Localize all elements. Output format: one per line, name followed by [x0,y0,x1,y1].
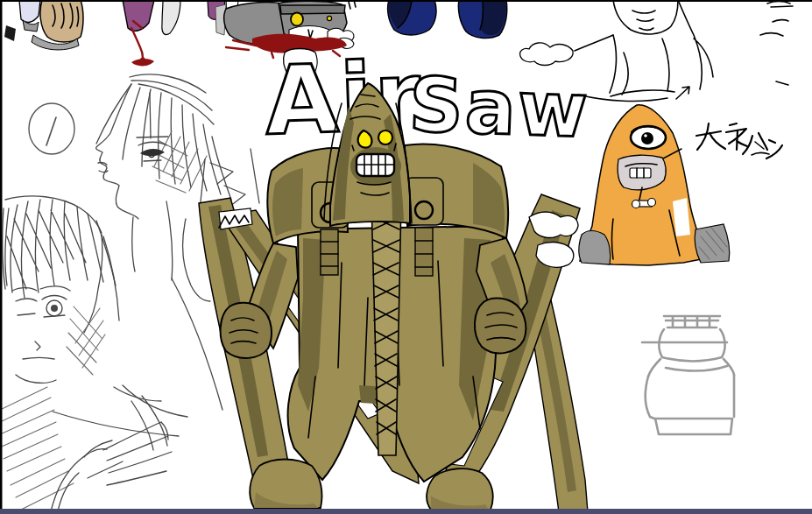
figure-head [613,0,678,34]
kana-ne [726,123,747,150]
jar-body [645,375,734,419]
air-saw-character: Air Saw [199,41,590,512]
jar-sketch [642,316,734,434]
cyclops-pupil-glint [644,134,647,137]
front-neck-shoulder [53,236,222,436]
gray-patch-right [695,224,730,263]
front-face-sketch [3,196,222,436]
bubble-slash-mark [46,117,56,145]
black-bit [4,25,16,41]
front-pupil [51,305,58,312]
strap-right [415,228,433,276]
eye-right [378,130,392,144]
bottom-bar[interactable] [0,509,812,514]
jar-base [655,419,732,434]
profile-eye [140,149,165,156]
cyclops-pupil [641,132,653,144]
hand-outline [51,449,107,511]
annotation-jp-strokes [696,123,782,158]
kana-ha [743,133,767,154]
head-arc [611,90,674,96]
figure-body [578,0,713,101]
navy-trouser-fragments [388,0,507,38]
sketch-hand-outline-1 [529,212,578,237]
arrow-up-right [676,87,689,99]
graffiti-word-2: Saw [407,60,590,154]
jar-neck [659,329,724,362]
jar-cap [664,316,720,327]
front-eye-left [16,299,37,315]
profile-stray-lines [137,93,168,138]
cyclops-hood-character [579,87,730,265]
lavender-shard [19,0,40,22]
kanji-dai [696,123,725,150]
kana-n [766,140,782,158]
figure-mouth [632,11,655,30]
hand-fingers [84,422,172,485]
frame-left [0,0,3,514]
speech-bubble [29,103,74,154]
strap-left [321,229,338,275]
robot-eye-left [291,13,303,26]
hand-sketch [0,387,172,511]
gray-shard-fragment [162,0,180,35]
front-brows [12,286,70,291]
glove-right [475,299,526,354]
robot-visor-band [280,5,345,14]
paw-fragment [4,0,83,50]
purple-knife-fragment [123,0,154,66]
figure-arm [575,35,613,51]
cyclops-teeth [630,168,651,178]
margin-tick-strokes [752,2,793,155]
figure-hand [520,43,573,66]
robot-eye-right [327,16,331,20]
frame-top [0,0,812,2]
profile-neck [132,201,173,280]
arm-hatching [0,387,74,510]
front-nose-mouth-chin [16,341,56,383]
profile-hatching [152,131,207,193]
gray-patch-left [579,231,611,265]
blood-spatter [131,59,154,66]
front-hatching [67,306,105,375]
drawing-canvas[interactable]: Air Saw [0,0,812,514]
